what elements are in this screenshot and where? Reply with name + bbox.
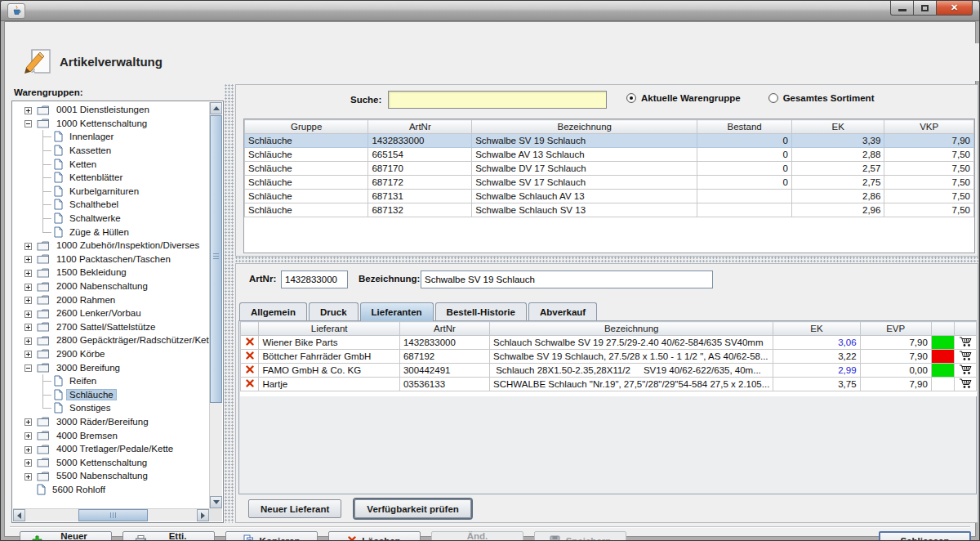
tree-node-leaf[interactable]: Schaltwerke xyxy=(13,212,209,226)
cart-icon[interactable] xyxy=(959,381,973,391)
expand-icon[interactable] xyxy=(24,458,32,466)
supplier-row[interactable]: Hartje03536133SCHWALBE Schlauch "Nr.19",… xyxy=(241,378,977,391)
tree-node-folder[interactable]: 4000 Tretlager/Pedale/Kette xyxy=(13,442,209,456)
cart-icon[interactable] xyxy=(959,339,973,349)
expand-icon[interactable] xyxy=(24,106,32,114)
tree-node-folder[interactable]: 2800 Gepäckträger/Radschützer/Kettens xyxy=(13,333,209,347)
expand-icon[interactable] xyxy=(24,350,32,357)
column-header[interactable]: VKP xyxy=(884,120,974,134)
scope-radio-1[interactable]: Gesamtes Sortiment xyxy=(768,93,875,103)
column-header[interactable]: Bezeichnung xyxy=(472,120,697,134)
column-header[interactable] xyxy=(931,322,955,336)
delete-icon[interactable] xyxy=(246,338,254,347)
collapse-icon[interactable] xyxy=(24,364,32,371)
tree-node-leaf[interactable]: Kettenblätter xyxy=(13,171,209,185)
tab-druck[interactable]: Druck xyxy=(309,302,359,320)
cart-icon[interactable] xyxy=(959,367,973,377)
artnr-field[interactable] xyxy=(281,270,348,288)
column-header[interactable]: EK xyxy=(773,322,860,336)
expand-icon[interactable] xyxy=(24,242,32,249)
expand-icon[interactable] xyxy=(24,283,32,290)
check-availability-button[interactable]: Verfügbarkeit prüfen xyxy=(354,499,470,518)
new-article-button[interactable]: Neuer Artikel xyxy=(20,531,112,541)
tree-node-folder[interactable]: 2600 Lenker/Vorbau xyxy=(13,306,209,320)
horizontal-scroll-thumb[interactable] xyxy=(78,509,148,521)
minimize-button[interactable] xyxy=(890,1,914,16)
scroll-down-button[interactable] xyxy=(210,496,222,508)
supplier-row[interactable]: Böttcher Fahrräder GmbH687192Schwalbe SV… xyxy=(241,350,977,364)
column-header[interactable]: EK xyxy=(791,120,884,134)
table-row[interactable]: Schläuche687172Schwalbe SV 17 Schlauch02… xyxy=(245,176,974,190)
column-header[interactable]: ArtNr xyxy=(368,120,472,134)
expand-icon[interactable] xyxy=(24,445,32,453)
table-row[interactable]: Schläuche1432833000Schwalbe SV 19 Schlau… xyxy=(245,134,974,148)
expand-icon[interactable] xyxy=(24,255,32,262)
column-header[interactable]: EVP xyxy=(860,322,931,336)
tree-node-folder[interactable]: 1100 Packtaschen/Taschen xyxy=(13,253,209,266)
expand-icon[interactable] xyxy=(24,310,32,317)
maximize-button[interactable] xyxy=(914,1,937,16)
column-header[interactable] xyxy=(241,322,259,336)
collapse-icon[interactable] xyxy=(24,119,32,127)
tree-node-folder[interactable]: 2900 Körbe xyxy=(13,347,209,361)
tree-node-folder[interactable]: 0001 Dienstleistungen xyxy=(13,103,209,117)
tree-node-folder[interactable]: 2700 Sattel/Sattelstütze xyxy=(13,320,209,334)
tree-node-folder[interactable]: 2000 Rahmen xyxy=(13,293,209,306)
tree-node-leaf[interactable]: Kassetten xyxy=(13,144,209,158)
scope-radio-0[interactable]: Aktuelle Warengruppe xyxy=(626,93,741,103)
tree-node-leaf[interactable]: Innenlager xyxy=(13,130,209,144)
horizontal-splitter[interactable] xyxy=(235,257,978,263)
column-header[interactable]: Lieferant xyxy=(259,322,399,336)
column-header[interactable]: Gruppe xyxy=(245,120,368,134)
scroll-right-button[interactable] xyxy=(197,509,209,521)
titlebar[interactable]: ✕ xyxy=(1,1,980,21)
tab-bestell-historie[interactable]: Bestell-Historie xyxy=(435,302,527,320)
new-supplier-button[interactable]: Neuer Lieferant xyxy=(248,499,341,518)
tree-node-leaf[interactable]: Schläuche xyxy=(13,387,209,401)
tree-node-folder[interactable]: 1000 Kettenschaltung xyxy=(13,117,209,131)
delete-icon[interactable] xyxy=(246,365,254,375)
delete-icon[interactable] xyxy=(246,379,254,389)
scroll-up-button[interactable] xyxy=(210,102,222,114)
table-row[interactable]: Schläuche665154Schwalbe AV 13 Schlauch02… xyxy=(245,148,974,162)
copy-button[interactable]: Kopieren xyxy=(225,531,318,541)
tree-node-leaf[interactable]: Ketten xyxy=(13,157,209,171)
expand-icon[interactable] xyxy=(24,337,32,344)
vertical-scroll-thumb[interactable] xyxy=(210,115,222,403)
close-button[interactable]: ✕ xyxy=(937,1,973,16)
tree-node-leaf[interactable]: Reifen xyxy=(13,374,209,388)
tree-node-folder[interactable]: 1500 Bekleidung xyxy=(13,266,209,279)
column-header[interactable] xyxy=(955,322,977,336)
print-labels-button[interactable]: Etti. drucken xyxy=(122,531,215,541)
expand-icon[interactable] xyxy=(24,418,32,425)
tree-node-leaf[interactable]: Züge & Hüllen xyxy=(13,225,209,239)
tab-abverkauf[interactable]: Abverkauf xyxy=(528,302,597,320)
column-header[interactable]: Bestand xyxy=(697,120,792,134)
table-row[interactable]: Schläuche687170Schwalbe DV 17 Schlauch02… xyxy=(245,162,974,176)
close-button[interactable]: Schliessen xyxy=(879,531,971,541)
tree-node-folder[interactable]: 2000 Nabenschaltung xyxy=(13,279,209,293)
table-row[interactable]: Schläuche687132Schwalbe Schlauch SV 132,… xyxy=(245,203,974,217)
tree-node-folder[interactable]: 5000 Kettenschaltung xyxy=(13,455,209,469)
tree-node-folder[interactable]: 4000 Bremsen xyxy=(13,428,209,442)
tree-node-folder[interactable]: 3000 Räder/Bereifung xyxy=(13,415,209,429)
tree-node-folder[interactable]: 5500 Nabenschaltung xyxy=(13,469,209,483)
tree-node-folder[interactable]: 1000 Zubehör/Inspektion/Diverses xyxy=(13,239,209,253)
supplier-row[interactable]: FAMO GmbH & Co. KG300442491 Schlauch 28X… xyxy=(241,364,977,378)
tree-node-leaf[interactable]: 5600 Rohloff xyxy=(13,483,209,497)
vertical-splitter[interactable] xyxy=(225,84,234,523)
tree-node-leaf[interactable]: Kurbelgarnituren xyxy=(13,185,209,199)
bezeichnung-field[interactable] xyxy=(421,270,713,288)
column-header[interactable]: ArtNr xyxy=(399,322,489,336)
table-row[interactable]: Schläuche687131Schwalbe Schlauch AV 132,… xyxy=(245,190,974,203)
delete-icon[interactable] xyxy=(246,351,254,361)
tree-node-folder[interactable]: 3000 Bereifung xyxy=(13,360,209,374)
tree-horizontal-scrollbar[interactable] xyxy=(13,508,209,521)
tab-lieferanten[interactable]: Lieferanten xyxy=(360,302,434,321)
expand-icon[interactable] xyxy=(24,323,32,330)
column-header[interactable]: Bezeichnung xyxy=(490,322,773,336)
cart-icon[interactable] xyxy=(959,353,973,363)
scroll-left-button[interactable] xyxy=(13,509,25,521)
java-system-menu-button[interactable] xyxy=(7,3,25,19)
expand-icon[interactable] xyxy=(24,269,32,276)
